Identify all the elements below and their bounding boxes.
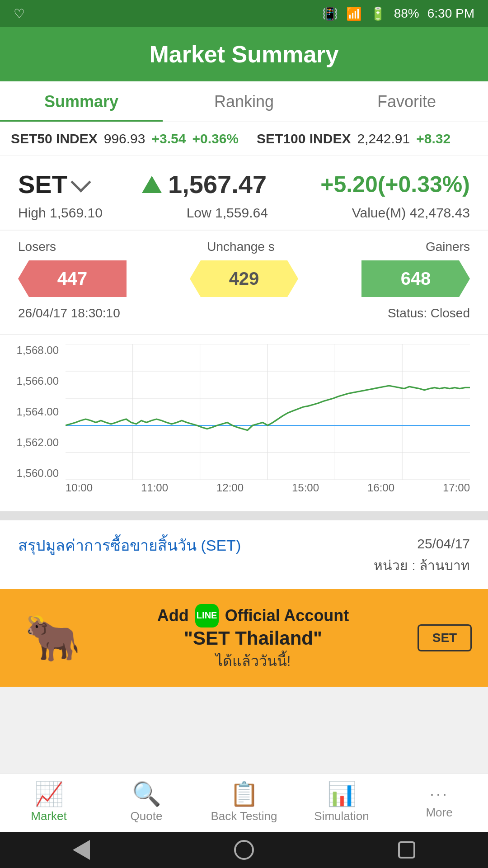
status-bar: ♡ 📳 📶 🔋 88% 6:30 PM <box>0 0 488 27</box>
home-icon <box>234 840 254 860</box>
nav-backtesting-label: Back Testing <box>211 809 277 823</box>
backtesting-icon: 📋 <box>230 782 259 806</box>
info-date: 25/04/17 หน่วย : ล้านบาท <box>374 533 470 576</box>
banner-line1: Add LINE Official Account <box>157 604 349 627</box>
battery-percent: 88% <box>394 6 419 21</box>
section-separator <box>0 511 488 520</box>
market-icon: 📈 <box>34 782 64 806</box>
quote-icon: 🔍 <box>132 782 161 806</box>
app-icon: ♡ <box>14 6 25 21</box>
chart-y-axis: 1,568.00 1,566.00 1,564.00 1,562.00 1,56… <box>14 344 63 480</box>
chevron-down-icon <box>70 172 91 192</box>
chart-section: 1,568.00 1,566.00 1,564.00 1,562.00 1,56… <box>0 335 488 511</box>
simulation-icon: 📊 <box>327 782 357 806</box>
y-label-1: 1,568.00 <box>14 344 63 357</box>
x-label-4: 15:00 <box>292 481 319 498</box>
market-timestamp: 26/04/17 18:30:10 <box>18 306 120 321</box>
home-button[interactable] <box>230 836 258 863</box>
ticker-set100: SET100 INDEX 2,242.91 +8.32 <box>257 131 450 146</box>
market-status: Status: Closed <box>388 306 470 321</box>
recents-icon <box>398 841 415 859</box>
index-section: SET 1,567.47 +5.20(+0.33%) High 1,569.10… <box>0 156 488 230</box>
time: 6:30 PM <box>427 6 474 21</box>
nav-more-label: More <box>426 806 452 820</box>
unchanged-count: 429 <box>190 260 298 297</box>
header: Market Summary <box>0 27 488 81</box>
nav-market-label: Market <box>31 809 66 823</box>
battery-icon: 🔋 <box>370 6 386 21</box>
chart-area <box>66 344 470 480</box>
chart-x-axis: 10:00 11:00 12:00 15:00 16:00 17:00 <box>66 481 470 498</box>
losers-count: 447 <box>18 260 127 297</box>
gainers-label: Gainers <box>426 240 470 254</box>
nav-simulation[interactable]: 📊 Simulation <box>293 774 390 832</box>
info-link-text[interactable]: สรุปมูลค่าการซื้อขายสิ้นวัน (SET) <box>18 537 241 554</box>
tab-bar: Summary Ranking Favorite <box>0 81 488 122</box>
x-label-6: 17:00 <box>443 481 470 498</box>
x-label-2: 11:00 <box>141 481 168 498</box>
banner-content: Add LINE Official Account "SET Thailand"… <box>98 604 408 672</box>
info-unit: หน่วย : ล้านบาท <box>374 555 470 576</box>
gainers-count: 648 <box>361 260 470 297</box>
info-section: สรุปมูลค่าการซื้อขายสิ้นวัน (SET) 25/04/… <box>0 520 488 589</box>
x-label-3: 12:00 <box>216 481 244 498</box>
banner-suffix: ได้แล้ววันนี้! <box>216 649 291 672</box>
back-button[interactable] <box>68 836 95 863</box>
nav-quote[interactable]: 🔍 Quote <box>98 774 195 832</box>
banner-section: 🐂 Add LINE Official Account "SET Thailan… <box>0 589 488 687</box>
index-high: High 1,569.10 <box>18 205 103 221</box>
index-name[interactable]: SET <box>18 170 88 199</box>
up-triangle-icon <box>142 176 162 193</box>
unchanged-label: Unchange s <box>207 240 274 254</box>
y-label-2: 1,566.00 <box>14 375 63 387</box>
more-icon: ··· <box>430 786 449 802</box>
ticker-set50: SET50 INDEX 996.93 +3.54 +0.36% <box>11 131 239 146</box>
index-price: 1,567.47 <box>142 170 267 199</box>
nav-more[interactable]: ··· More <box>390 774 488 832</box>
losers-label: Losers <box>18 240 56 254</box>
nav-market[interactable]: 📈 Market <box>0 774 98 832</box>
back-icon <box>73 840 90 860</box>
wifi-icon: 📶 <box>346 6 362 21</box>
tab-ranking[interactable]: Ranking <box>163 81 325 122</box>
ticker-bar: SET50 INDEX 996.93 +3.54 +0.36% SET100 I… <box>0 122 488 156</box>
bull-mascot-icon: 🐂 <box>16 602 89 674</box>
bottom-nav: 📈 Market 🔍 Quote 📋 Back Testing 📊 Simula… <box>0 773 488 832</box>
set-logo: SET <box>418 624 472 651</box>
index-low: Low 1,559.64 <box>187 205 268 221</box>
index-value: Value(M) 42,478.43 <box>352 205 470 221</box>
y-label-4: 1,562.00 <box>14 436 63 449</box>
x-label-5: 16:00 <box>367 481 394 498</box>
index-change: +5.20(+0.33%) <box>320 171 470 198</box>
vibrate-icon: 📳 <box>322 6 338 21</box>
page-title: Market Summary <box>9 41 479 68</box>
status-right: 📳 📶 🔋 88% 6:30 PM <box>322 6 474 21</box>
nav-quote-label: Quote <box>131 809 163 823</box>
nav-simulation-label: Simulation <box>314 809 369 823</box>
system-nav-bar <box>0 832 488 868</box>
banner-quote: "SET Thailand" <box>184 627 322 649</box>
x-label-1: 10:00 <box>66 481 93 498</box>
y-label-3: 1,564.00 <box>14 406 63 418</box>
recents-button[interactable] <box>393 836 420 863</box>
market-stats: Losers Unchange s Gainers 447 429 648 26… <box>0 231 488 334</box>
line-app-icon: LINE <box>195 604 219 627</box>
nav-backtesting[interactable]: 📋 Back Testing <box>195 774 293 832</box>
info-date-value: 25/04/17 <box>374 533 470 555</box>
tab-favorite[interactable]: Favorite <box>325 81 488 122</box>
y-label-5: 1,560.00 <box>14 467 63 480</box>
tab-summary[interactable]: Summary <box>0 81 163 122</box>
status-left: ♡ <box>14 6 25 21</box>
info-link[interactable]: สรุปมูลค่าการซื้อขายสิ้นวัน (SET) <box>18 533 241 557</box>
chart-svg <box>66 344 470 480</box>
